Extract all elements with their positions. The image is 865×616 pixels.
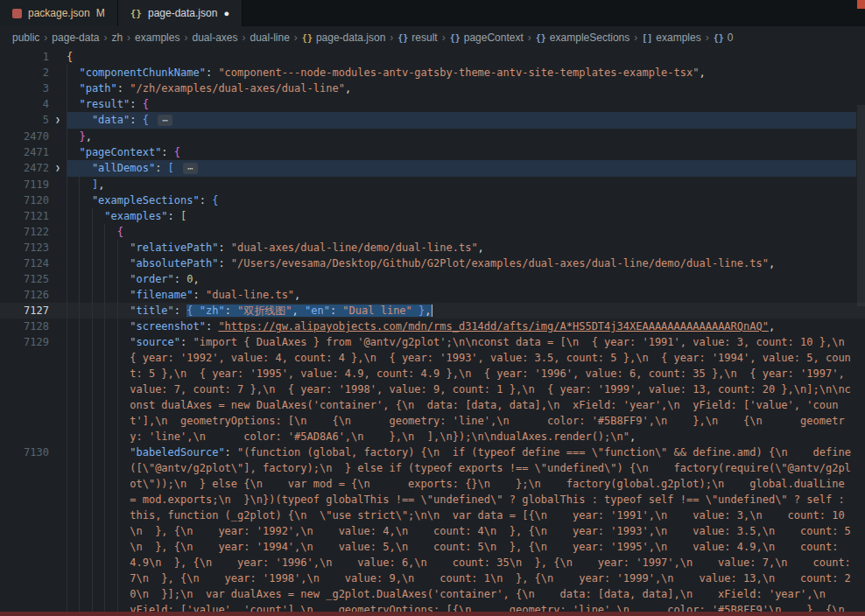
code-token: , <box>699 66 705 79</box>
indent-guides <box>67 334 130 444</box>
code-token: , <box>98 178 104 191</box>
code-line[interactable]: 7125"order": 0, <box>0 271 865 287</box>
line-number: 7121 <box>0 208 49 224</box>
line-number: 7130 <box>0 444 49 460</box>
code-line[interactable]: 2470}, <box>0 129 865 144</box>
code-line[interactable]: 5❯"data": { ⋯ <box>0 112 865 129</box>
code-token: "path" <box>79 82 116 94</box>
breadcrumb-separator-icon: › <box>242 32 245 44</box>
breadcrumb-label: dual-axes <box>192 32 237 44</box>
code-token: { <box>67 51 73 63</box>
breadcrumb-item[interactable]: {}exampleSections <box>536 32 629 44</box>
code-line[interactable]: 7127"title": { "zh": "双折线图", "en": "Dual… <box>0 303 865 318</box>
code-token: "双折线图" <box>237 304 292 317</box>
code-line[interactable]: 2471"pageContext": { <box>0 144 865 160</box>
breadcrumb: public›page-data›zh›examples›dual-axes›d… <box>0 26 865 49</box>
code-token <box>149 114 155 126</box>
indent-guides <box>67 112 92 129</box>
folded-region-ellipsis[interactable]: ⋯ <box>183 163 198 174</box>
code-line[interactable]: 7119], <box>0 177 865 192</box>
code-line[interactable]: 7123"relativePath": "dual-axes/dual-line… <box>0 240 865 256</box>
code-text: { <box>67 49 856 65</box>
code-token: : <box>330 304 342 317</box>
breadcrumb-item[interactable]: examples <box>135 32 179 44</box>
code-line[interactable]: 7130"babeledSource": "(function (global,… <box>0 444 865 616</box>
code-line[interactable]: 7126"filename": "dual-line.ts", <box>0 287 865 303</box>
code-text: }, <box>79 129 856 144</box>
tab-label: package.json <box>28 7 90 19</box>
indent-guides <box>67 160 92 177</box>
code-token: { <box>143 98 149 110</box>
code-text: { <box>117 224 856 240</box>
code-line[interactable]: 7124"absolutePath": "/Users/evesama/Desk… <box>0 256 865 271</box>
code-text: "order": 0, <box>130 271 856 287</box>
code-token: "babeledSource" <box>130 446 224 458</box>
code-line[interactable]: 2"componentChunkName": "component---node… <box>0 65 865 80</box>
line-number: 3 <box>0 80 49 96</box>
code-token: "examples" <box>104 210 167 222</box>
breadcrumb-label: pageContext <box>464 32 524 44</box>
code-token: , <box>86 130 92 143</box>
code-line[interactable]: 1{ <box>0 49 865 65</box>
line-number: 7119 <box>0 177 49 192</box>
line-number: 7125 <box>0 271 49 287</box>
tab-package-json[interactable]: package.json M <box>0 0 118 26</box>
code-token: "import { DualAxes } from '@antv/g2plot'… <box>130 336 857 443</box>
code-text: "examples": [ <box>104 208 856 224</box>
breadcrumb-label: 0 <box>728 32 734 44</box>
indent-guides <box>67 80 79 96</box>
breadcrumb-item[interactable]: {}result <box>397 32 437 44</box>
code-token: "/zh/examples/dual-axes/dual-line" <box>130 82 345 94</box>
code-token: , <box>629 430 636 443</box>
text-cursor <box>432 304 432 317</box>
fold-chevron-icon[interactable]: ❯ <box>49 160 67 176</box>
code-line[interactable]: 3"path": "/zh/examples/dual-axes/dual-li… <box>0 80 865 96</box>
breadcrumb-item[interactable]: []examples <box>642 32 700 44</box>
code-line[interactable]: 7128"screenshot": "https://gw.alipayobje… <box>0 318 865 334</box>
indent-guides <box>67 287 130 303</box>
code-token: { <box>143 114 149 126</box>
code-line[interactable]: 7122{ <box>0 224 865 240</box>
folded-region-ellipsis[interactable]: ⋯ <box>158 115 172 126</box>
breadcrumb-item[interactable]: dual-axes <box>192 32 237 44</box>
breadcrumb-item[interactable]: {}page-data.json <box>302 32 385 44</box>
breadcrumb-separator-icon: › <box>390 32 393 44</box>
breadcrumb-item[interactable]: {}0 <box>714 32 734 44</box>
scrollbar[interactable] <box>857 105 865 306</box>
array-symbol-icon: [] <box>642 33 652 43</box>
breadcrumb-separator-icon: › <box>294 32 298 44</box>
breadcrumb-item[interactable]: zh <box>111 32 123 44</box>
code-text: "babeledSource": "(function (global, fac… <box>130 444 856 616</box>
tab-label: page-data.json <box>148 7 217 19</box>
breadcrumb-label: public <box>12 32 39 44</box>
code-line[interactable]: 4"result": { <box>0 96 865 112</box>
code-token: : <box>206 66 218 79</box>
code-line[interactable]: 7129"source": "import { DualAxes } from … <box>0 334 865 444</box>
code-line[interactable]: 7121"examples": [ <box>0 208 865 224</box>
breadcrumb-item[interactable]: page-data <box>52 32 99 44</box>
overview-ruler-mark <box>857 0 865 9</box>
breadcrumb-item[interactable]: {}pageContext <box>450 32 524 44</box>
indent-guides <box>67 271 130 287</box>
git-modified-badge: M <box>96 7 105 19</box>
code-text: "pageContext": { <box>79 144 856 160</box>
code-token: , <box>292 304 305 317</box>
code-line[interactable]: 2472❯"allDemos": [ ⋯ <box>0 160 865 177</box>
tab-page-data-json[interactable]: {} page-data.json ● <box>118 0 243 26</box>
indent-guides <box>67 192 92 208</box>
code-token: : <box>206 320 218 332</box>
fold-chevron-icon[interactable]: ❯ <box>49 112 67 128</box>
code-token: "title" <box>130 304 174 317</box>
object-symbol-icon: {} <box>450 33 461 43</box>
code-token: { <box>174 146 180 158</box>
object-symbol-icon: {} <box>536 33 546 43</box>
indent-guides <box>67 144 79 160</box>
tab-bar: package.json M {} page-data.json ● <box>0 0 865 26</box>
breadcrumb-item[interactable]: public <box>12 32 39 44</box>
code-line[interactable]: 7120"exampleSections": { <box>0 192 865 208</box>
tab-bar-empty-space <box>243 0 865 26</box>
code-token: : <box>155 162 167 174</box>
code-text: "componentChunkName": "component---node-… <box>79 65 856 80</box>
breadcrumb-item[interactable]: dual-line <box>250 32 289 44</box>
breadcrumb-label: page-data.json <box>316 32 385 44</box>
